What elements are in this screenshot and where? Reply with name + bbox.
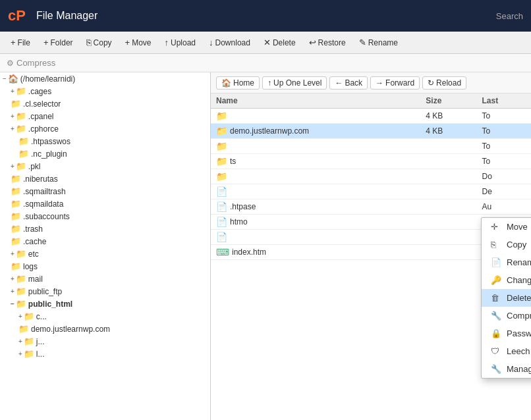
plus-icon: + [11, 38, 16, 47]
new-folder-label: Folder [51, 38, 73, 47]
sidebar-item-label: .sqmaildata [23, 199, 63, 209]
sidebar-item[interactable]: + 📁 public_ftp [0, 285, 210, 298]
upload-label: Upload [171, 38, 196, 47]
back-label: Back [345, 78, 362, 88]
sidebar-item-label: j... [36, 337, 45, 346]
main-layout: − 🏠 (/home/learnidi) + 📁 .cages 📁 .cl.se… [0, 72, 531, 420]
sidebar-item[interactable]: 📁 .trash [0, 223, 210, 235]
back-button[interactable]: ← Back [329, 76, 368, 90]
copy-button[interactable]: ⎘ Copy [81, 36, 117, 49]
home-button[interactable]: 🏠 Home [216, 76, 260, 90]
ctx-indices[interactable]: 🔧 Manage Indices [482, 360, 531, 378]
sidebar-item-public-html[interactable]: − 📁 public_html [0, 298, 210, 310]
sidebar-item[interactable]: 📁 .sqmaildata [0, 197, 210, 210]
ctx-leech[interactable]: 🛡 Leech Protect [482, 342, 531, 360]
folder-icon: 📁 [11, 261, 21, 271]
new-folder-button[interactable]: + Folder [38, 36, 78, 49]
tree-toggle: + [11, 88, 14, 95]
ctx-delete[interactable]: 🗑 Delete [482, 289, 531, 307]
table-row[interactable]: 📁ts To [211, 154, 531, 169]
sidebar-item[interactable]: + 📁 .pkl [0, 160, 210, 172]
move-ctx-icon: ✛ [491, 222, 501, 232]
folder-icon: 📁 [16, 299, 26, 309]
sidebar-item[interactable]: + 📁 l... [0, 348, 210, 360]
sidebar-item-label: l... [36, 350, 45, 359]
move-button[interactable]: + Move [120, 36, 157, 49]
sidebar-item[interactable]: 📁 .htpasswos [0, 135, 210, 147]
restore-label: Restore [318, 38, 346, 47]
col-last[interactable]: Last [477, 93, 531, 109]
sidebar-item-label: etc [28, 249, 39, 259]
file-date: To [477, 154, 531, 169]
upload-button[interactable]: ↑ Upload [159, 36, 202, 49]
cp-logo: cP [8, 7, 26, 24]
folder-icon: 📁 [216, 141, 227, 151]
ctx-copy[interactable]: ⎘ Copy [482, 236, 531, 253]
table-row[interactable]: 📄.htpase Au [211, 199, 531, 215]
ctx-permissions[interactable]: 🔑 Change Permissions [482, 271, 531, 289]
password-ctx-icon: 🔒 [491, 328, 501, 338]
rename-button[interactable]: ✎ Rename [354, 36, 403, 49]
sidebar-item[interactable]: 📁 .nc_plugin [0, 147, 210, 160]
sidebar-item[interactable]: 📁 .niberutas [0, 172, 210, 185]
table-row-selected[interactable]: 📁demo.justlearnwp.com 4 KB To [211, 124, 531, 139]
ctx-rename[interactable]: 📄 Rename [482, 253, 531, 271]
file-size [420, 230, 476, 245]
table-row[interactable]: 📁 Do [211, 169, 531, 184]
sidebar-item[interactable]: + 📁 j... [0, 335, 210, 348]
sidebar-item[interactable]: + 📁 .cphorce [0, 122, 210, 135]
delete-button[interactable]: ✕ Delete [258, 36, 301, 49]
ctx-leech-label: Leech Protect [507, 346, 531, 356]
file-name: ts [230, 157, 236, 166]
download-button[interactable]: ↓ Download [204, 36, 256, 49]
forward-button[interactable]: → Forward [370, 76, 420, 90]
ctx-password[interactable]: 🔒 Password Protect [482, 325, 531, 342]
up-one-level-button[interactable]: ↑ Up One Level [262, 76, 327, 90]
folder-icon: 📁 [18, 324, 29, 334]
tree-toggle: + [11, 250, 14, 257]
copy-icon: ⎘ [86, 38, 92, 47]
content-pane: 🏠 Home ↑ Up One Level ← Back → Forward ↻… [211, 72, 531, 420]
tree-toggle-root: − [3, 75, 7, 82]
ctx-move[interactable]: ✛ Move [482, 218, 531, 236]
reload-button[interactable]: ↻ Reload [422, 76, 466, 90]
ctx-compress[interactable]: 🔧 Compress [482, 307, 531, 325]
up-label: Up One Level [273, 78, 321, 88]
folder-icon: 📁 [16, 161, 26, 171]
sidebar-item-label: .cpanel [28, 112, 54, 121]
sidebar-item[interactable]: 📁 .sqmailtrash [0, 185, 210, 197]
sidebar-item[interactable]: + 📁 c... [0, 310, 210, 323]
sidebar-item[interactable]: + 📁 .cages [0, 85, 210, 97]
sidebar-item[interactable]: 📁 .cl.selector [0, 97, 210, 110]
upload-icon: ↑ [165, 38, 169, 47]
col-size[interactable]: Size [420, 93, 476, 109]
table-row[interactable]: 📄 De [211, 184, 531, 199]
indices-ctx-icon: 🔧 [491, 364, 501, 374]
rename-icon: ✎ [359, 38, 366, 47]
file-size [420, 245, 476, 260]
sidebar-item-demo[interactable]: 📁 demo.justlearnwp.com [0, 323, 210, 335]
sidebar-item[interactable]: + 📁 mail [0, 273, 210, 285]
file-size [420, 139, 476, 154]
sidebar-item[interactable]: + 📁 etc [0, 248, 210, 260]
sidebar-item[interactable]: 📁 logs [0, 260, 210, 273]
table-row[interactable]: 📁 4 KB To [211, 109, 531, 124]
col-name[interactable]: Name [211, 93, 420, 109]
folder-icon: 📁 [11, 224, 21, 234]
restore-button[interactable]: ↩ Restore [304, 36, 351, 49]
sidebar-item[interactable]: + 📁 .cpanel [0, 110, 210, 122]
sidebar-item-label: .niberutas [23, 174, 58, 184]
folder-icon: 📁 [11, 236, 21, 246]
file-date: Do [477, 169, 531, 184]
new-file-button[interactable]: + File [5, 36, 36, 49]
ctx-delete-label: Delete [507, 293, 531, 303]
sidebar[interactable]: − 🏠 (/home/learnidi) + 📁 .cages 📁 .cl.se… [0, 72, 211, 420]
reload-label: Reload [436, 78, 461, 88]
table-row[interactable]: 📁 To [211, 139, 531, 154]
sidebar-item[interactable]: 📁 .subaccounts [0, 210, 210, 223]
tree-toggle: + [11, 275, 14, 282]
sidebar-item[interactable]: 📁 .cache [0, 235, 210, 248]
forward-label: Forward [385, 78, 414, 88]
sidebar-item-label: .trash [23, 224, 43, 234]
sidebar-root[interactable]: − 🏠 (/home/learnidi) [0, 72, 210, 85]
